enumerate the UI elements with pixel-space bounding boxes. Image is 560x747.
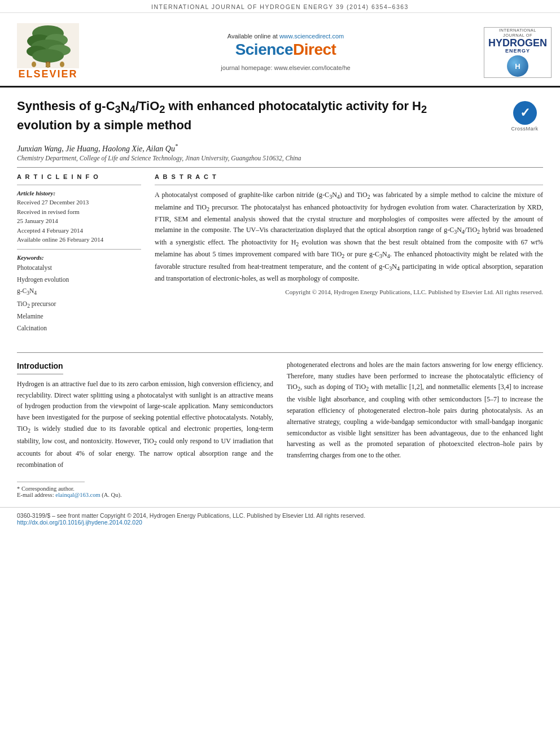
abstract-divider bbox=[155, 185, 543, 185]
article-info-abstract-section: A R T I C L E I N F O Article history: R… bbox=[0, 168, 560, 344]
footnote-divider bbox=[17, 482, 85, 482]
keywords-list: Photocatalyst Hydrogen evolution g-C3N4 … bbox=[17, 262, 141, 334]
hydrogen-intl-text: International bbox=[499, 28, 536, 33]
svg-point-7 bbox=[32, 49, 64, 63]
elsevier-logo: ELSEVIER bbox=[0, 19, 96, 86]
doi-link-wrapper: http://dx.doi.org/10.1016/j.ijhydene.201… bbox=[17, 519, 543, 526]
article-history-label: Article history: bbox=[17, 190, 141, 196]
email-link[interactable]: elainqal@163.com bbox=[55, 492, 100, 498]
hydrogen-energy-text: ENERGY bbox=[505, 48, 530, 54]
accepted-date: Accepted 4 February 2014 bbox=[17, 226, 141, 235]
hydrogen-h2-text: HYDROGEN bbox=[488, 38, 547, 48]
footnote-section: * Corresponding author. E-mail address: … bbox=[0, 484, 560, 501]
info-divider-2 bbox=[17, 249, 141, 250]
authors-section: Junxian Wang, Jie Huang, Haolong Xie, Ai… bbox=[0, 137, 560, 163]
revised-date-1: Received in revised form bbox=[17, 207, 141, 217]
keywords-label: Keywords: bbox=[17, 254, 141, 261]
hydrogen-globe-icon: H bbox=[507, 55, 528, 77]
intro-paragraph-1: Hydrogen is an attractive fuel due to it… bbox=[17, 379, 273, 471]
doi-link[interactable]: http://dx.doi.org/10.1016/j.ijhydene.201… bbox=[17, 519, 142, 526]
email-note: E-mail address: elainqal@163.com (A. Qu)… bbox=[17, 492, 543, 498]
paper-title-section: Synthesis of g-C3N4/TiO2 with enhanced p… bbox=[0, 88, 560, 137]
hydrogen-journal-logo: International Journal of HYDROGEN ENERGY… bbox=[475, 19, 560, 86]
available-online-text: Available online at www.sciencedirect.co… bbox=[228, 33, 344, 40]
paper-title: Synthesis of g-C3N4/TiO2 with enhanced p… bbox=[17, 98, 435, 134]
info-divider-1 bbox=[17, 185, 141, 185]
sciencedirect-url[interactable]: www.sciencedirect.com bbox=[279, 33, 344, 40]
svg-point-11 bbox=[60, 62, 64, 67]
introduction-title: Introduction bbox=[17, 360, 63, 374]
copyright-text: Copyright © 2014, Hydrogen Energy Public… bbox=[155, 287, 543, 297]
bottom-bar: 0360-3199/$ – see front matter Copyright… bbox=[0, 507, 560, 530]
article-history-block: Article history: Received 27 December 20… bbox=[17, 190, 141, 244]
intro-paragraph-2: photogenerated electrons and holes are t… bbox=[287, 360, 543, 461]
crossmark-label: CrossMark bbox=[511, 126, 538, 132]
revised-date-2: 25 January 2014 bbox=[17, 216, 141, 226]
top-logos-row: ELSEVIER Available online at www.science… bbox=[0, 13, 560, 88]
crossmark-icon: ✓ bbox=[513, 101, 537, 125]
article-info-panel: A R T I C L E I N F O Article history: R… bbox=[17, 173, 141, 338]
email-suffix: (A. Qu). bbox=[102, 492, 121, 498]
center-header: Available online at www.sciencedirect.co… bbox=[96, 19, 475, 86]
body-col-right: photogenerated electrons and holes are t… bbox=[287, 360, 543, 471]
svg-point-9 bbox=[32, 62, 36, 67]
body-col-left: Introduction Hydrogen is an attractive f… bbox=[17, 360, 273, 471]
body-section: Introduction Hydrogen is an attractive f… bbox=[0, 353, 560, 477]
authors-names: Junxian Wang, Jie Huang, Haolong Xie, Ai… bbox=[17, 143, 543, 154]
journal-header-bar: INTERNATIONAL JOURNAL OF HYDROGEN ENERGY… bbox=[0, 0, 560, 13]
email-label: E-mail address: bbox=[17, 492, 54, 498]
elsevier-tree-icon bbox=[17, 23, 79, 68]
available-date: Available online 26 February 2014 bbox=[17, 235, 141, 244]
abstract-text: A photocatalyst composed of graphite-lik… bbox=[155, 190, 543, 284]
crossmark-badge: ✓ CrossMark bbox=[506, 101, 543, 132]
received-date: Received 27 December 2013 bbox=[17, 198, 141, 207]
sciencedirect-brand: ScienceDirect bbox=[235, 41, 336, 59]
svg-point-10 bbox=[46, 62, 50, 68]
issn-copyright: 0360-3199/$ – see front matter Copyright… bbox=[17, 512, 543, 519]
abstract-header: A B S T R A C T bbox=[155, 173, 543, 180]
elsevier-brand-text: ELSEVIER bbox=[18, 68, 77, 80]
sd-science: Science bbox=[235, 41, 293, 58]
journal-homepage: journal homepage: www.elsevier.com/locat… bbox=[221, 64, 350, 71]
affiliation-text: Chemistry Department, College of Life an… bbox=[17, 155, 543, 161]
article-info-header: A R T I C L E I N F O bbox=[17, 173, 141, 180]
keywords-block: Keywords: Photocatalyst Hydrogen evoluti… bbox=[17, 254, 141, 334]
abstract-panel: A B S T R A C T A photocatalyst composed… bbox=[155, 173, 543, 338]
corresponding-author-note: * Corresponding author. bbox=[17, 486, 543, 492]
sd-direct: Direct bbox=[293, 41, 336, 58]
